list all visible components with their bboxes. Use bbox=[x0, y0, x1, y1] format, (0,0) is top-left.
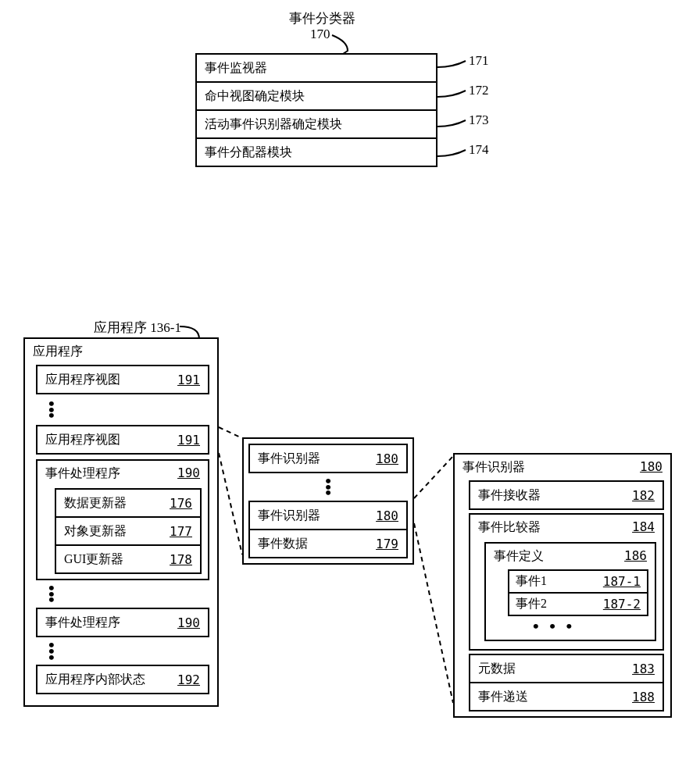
app-title: 应用程序 136-1 bbox=[94, 319, 181, 337]
classifier-title: 事件分类器 bbox=[289, 9, 355, 27]
receiver-row: 事件接收器 182 bbox=[469, 480, 664, 510]
right-box: 事件识别器 180 事件接收器 182 事件比较器 184 事件定义 186 事… bbox=[453, 453, 672, 718]
internal-state-row: 应用程序内部状态 192 bbox=[36, 665, 209, 694]
data-updater-row: 数据更新器 176 bbox=[55, 488, 202, 518]
dash-left-bottom bbox=[219, 453, 246, 562]
app-box: 应用程序 应用程序视图 191 ••• 应用程序视图 191 事件处理程序 19… bbox=[23, 337, 219, 707]
vdots-icon: ••• bbox=[48, 642, 217, 660]
vdots-icon: ••• bbox=[248, 478, 408, 496]
classifier-row-1: 命中视图确定模块 bbox=[195, 81, 438, 111]
row-label: 事件分配器模块 bbox=[205, 144, 292, 161]
event1-row: 事件1 187-1 bbox=[508, 569, 648, 594]
row-label: 活动事件识别器确定模块 bbox=[205, 116, 342, 133]
comparator-header: 事件比较器 184 bbox=[470, 515, 662, 540]
comparator-box: 事件比较器 184 事件定义 186 事件1 187-1 事件2 187-2 •… bbox=[469, 513, 664, 651]
hdots-icon: • • • bbox=[517, 616, 655, 637]
app-view-1: 应用程序视图 191 bbox=[36, 365, 209, 394]
definition-header: 事件定义 186 bbox=[486, 544, 655, 569]
dash-left-top bbox=[219, 427, 246, 443]
classifier-ref: 170 bbox=[310, 27, 330, 42]
middle-box: 事件识别器 180 ••• 事件识别器 180 事件数据 179 bbox=[242, 437, 414, 565]
ref-171: 171 bbox=[469, 53, 489, 69]
leader-172 bbox=[438, 91, 469, 100]
recognizer-row-2: 事件识别器 180 bbox=[248, 501, 408, 530]
metadata-row: 元数据 183 bbox=[469, 654, 664, 683]
row-label: 事件监视器 bbox=[205, 60, 267, 77]
app-header: 应用程序 bbox=[25, 339, 217, 365]
event-handler-2: 事件处理程序 190 bbox=[36, 608, 209, 637]
gui-updater-row: GUI更新器 178 bbox=[55, 544, 202, 574]
classifier-box: 事件监视器 命中视图确定模块 活动事件识别器确定模块 事件分配器模块 bbox=[195, 53, 438, 167]
ref-173: 173 bbox=[469, 112, 489, 128]
app-view-2: 应用程序视图 191 bbox=[36, 425, 209, 455]
classifier-row-3: 事件分配器模块 bbox=[195, 137, 438, 167]
definition-box: 事件定义 186 事件1 187-1 事件2 187-2 • • • bbox=[484, 542, 656, 641]
row-label: 命中视图确定模块 bbox=[205, 88, 305, 105]
svg-line-1 bbox=[219, 453, 242, 555]
svg-line-0 bbox=[219, 427, 242, 438]
ref-172: 172 bbox=[469, 83, 489, 98]
recognizer-row-1: 事件识别器 180 bbox=[248, 444, 408, 473]
vdots-icon: ••• bbox=[48, 585, 217, 603]
leader-173 bbox=[438, 120, 469, 130]
leader-171 bbox=[438, 61, 469, 70]
ref-174: 174 bbox=[469, 142, 489, 158]
classifier-row-2: 活动事件识别器确定模块 bbox=[195, 109, 438, 139]
dash-right-bottom bbox=[414, 523, 457, 711]
event-handler-box: 事件处理程序 190 数据更新器 176 对象更新器 177 GUI更新器 17… bbox=[36, 459, 209, 580]
event2-row: 事件2 187-2 bbox=[508, 592, 648, 616]
svg-line-3 bbox=[414, 523, 453, 703]
event-data-row: 事件数据 179 bbox=[248, 529, 408, 558]
classifier-row-0: 事件监视器 bbox=[195, 53, 438, 83]
handler-header: 事件处理程序 190 bbox=[38, 461, 208, 487]
leader-174 bbox=[438, 150, 469, 159]
delivery-row: 事件递送 188 bbox=[469, 682, 664, 711]
vdots-icon: ••• bbox=[48, 401, 217, 419]
svg-line-2 bbox=[414, 456, 453, 498]
right-header: 事件识别器 180 bbox=[455, 455, 670, 480]
obj-updater-row: 对象更新器 177 bbox=[55, 516, 202, 546]
